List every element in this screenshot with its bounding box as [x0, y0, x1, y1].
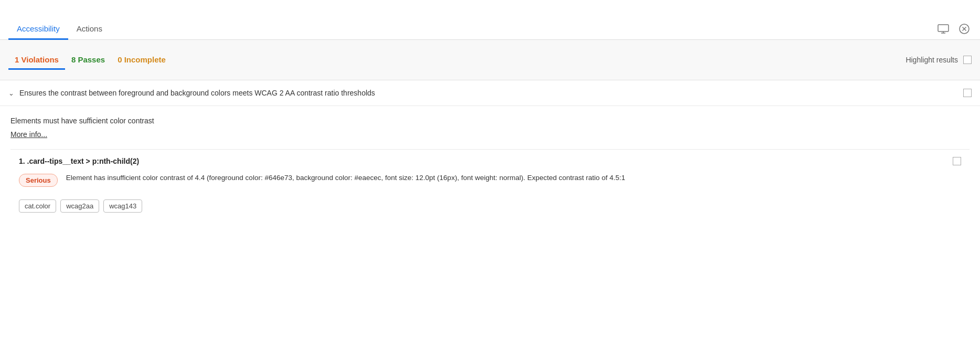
- violation-header-checkbox[interactable]: [963, 89, 972, 97]
- issue-description: Element has insufficient color contrast …: [66, 173, 625, 183]
- top-right-icons: [936, 22, 972, 39]
- content-description: Elements must have sufficient color cont…: [10, 117, 970, 125]
- svg-rect-0: [938, 25, 949, 31]
- issue-header: 1. .card--tips__text > p:nth-child(2): [19, 157, 961, 165]
- tab-violations[interactable]: 1 Violations: [8, 51, 65, 70]
- issue-number-title: 1. .card--tips__text > p:nth-child(2): [19, 157, 953, 165]
- tag-item: wcag2aa: [60, 199, 99, 213]
- sub-tabs-right: Highlight results: [906, 56, 972, 64]
- tab-actions[interactable]: Actions: [68, 19, 111, 40]
- tag-item: cat.color: [19, 199, 56, 213]
- more-info-link[interactable]: More info...: [10, 130, 47, 139]
- top-tabs-bar: Accessibility Actions: [0, 0, 980, 40]
- highlight-results-checkbox[interactable]: [963, 56, 972, 64]
- content-area: Elements must have sufficient color cont…: [0, 106, 980, 230]
- tab-incomplete[interactable]: 0 Incomplete: [111, 51, 172, 70]
- monitor-icon[interactable]: [936, 22, 951, 36]
- issue-item: 1. .card--tips__text > p:nth-child(2) Se…: [10, 149, 970, 222]
- issue-body: Serious Element has insufficient color c…: [19, 173, 961, 187]
- chevron-down-icon[interactable]: ⌄: [8, 89, 14, 97]
- sub-tabs-bar: 1 Violations 8 Passes 0 Incomplete Highl…: [0, 40, 980, 80]
- issue-checkbox[interactable]: [953, 157, 961, 165]
- violation-header-row: ⌄ Ensures the contrast between foregroun…: [0, 80, 980, 106]
- tags-row: cat.colorwcag2aawcag143: [19, 195, 961, 215]
- close-icon[interactable]: [957, 22, 972, 36]
- highlight-results-label: Highlight results: [906, 56, 958, 64]
- tab-accessibility[interactable]: Accessibility: [8, 19, 68, 40]
- violation-title: Ensures the contrast between foreground …: [19, 89, 958, 97]
- tab-passes[interactable]: 8 Passes: [65, 51, 111, 70]
- serious-badge: Serious: [19, 174, 58, 187]
- tag-item: wcag143: [103, 199, 142, 213]
